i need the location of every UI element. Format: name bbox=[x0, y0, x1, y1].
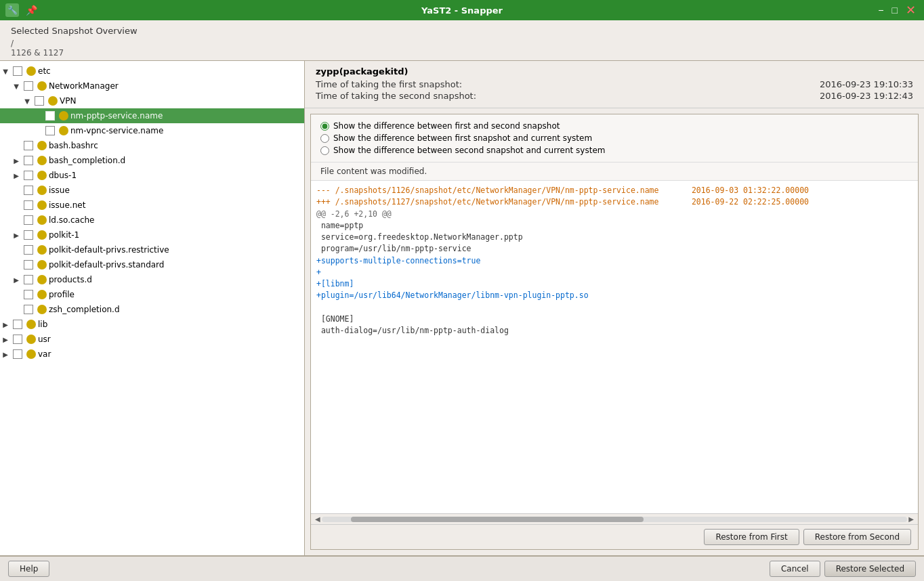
checkbox-VPN[interactable] bbox=[35, 96, 44, 106]
expander-lib[interactable] bbox=[0, 319, 11, 330]
radio-r3[interactable] bbox=[320, 146, 329, 155]
checkbox-polkit-default-privs.standard[interactable] bbox=[24, 260, 33, 270]
tree-item-issue.net[interactable]: issue.net bbox=[0, 198, 304, 213]
radio-item-0[interactable]: Show the difference between first and se… bbox=[320, 121, 908, 131]
tree-item-nm-vpnc-service.name[interactable]: nm-vpnc-service.name bbox=[0, 123, 304, 138]
file-icon-bash_completion.d bbox=[37, 156, 47, 165]
expander-nm-pptp-service.name[interactable] bbox=[33, 110, 43, 121]
radio-label-1: Show the difference between first snapsh… bbox=[333, 133, 592, 143]
tree-item-zsh_completion.d[interactable]: zsh_completion.d bbox=[0, 302, 304, 317]
expander-ld.so.cache[interactable] bbox=[11, 215, 22, 225]
radio-label-0: Show the difference between first and se… bbox=[333, 121, 560, 131]
expander-etc[interactable] bbox=[0, 66, 11, 77]
expander-VPN[interactable] bbox=[22, 95, 33, 106]
checkbox-products.d[interactable] bbox=[24, 275, 33, 284]
restore-selected-button[interactable]: Restore Selected bbox=[824, 561, 916, 577]
checkbox-nm-pptp-service.name[interactable] bbox=[45, 111, 55, 121]
expander-issue[interactable] bbox=[11, 185, 22, 196]
expander-NetworkManager[interactable] bbox=[11, 81, 22, 91]
radio-group: Show the difference between first and se… bbox=[311, 114, 918, 163]
radio-item-1[interactable]: Show the difference between first snapsh… bbox=[320, 133, 908, 143]
diff-line-0: --- /.snapshots/1126/snapshot/etc/Networ… bbox=[316, 185, 912, 196]
right-panel: zypp(packagekitd) Time of taking the fir… bbox=[305, 61, 924, 555]
tree-item-nm-pptp-service.name[interactable]: nm-pptp-service.name bbox=[0, 108, 304, 123]
file-icon-lib bbox=[26, 320, 36, 329]
tree-item-VPN[interactable]: VPN bbox=[0, 93, 304, 108]
scroll-left-arrow[interactable]: ◀ bbox=[314, 514, 322, 524]
tree-item-lib[interactable]: lib bbox=[0, 317, 304, 332]
tree-label-var: var bbox=[38, 349, 301, 359]
diff-container: Show the difference between first and se… bbox=[310, 114, 919, 550]
radio-label-2: Show the difference between second snaps… bbox=[333, 146, 606, 155]
checkbox-nm-vpnc-service.name[interactable] bbox=[45, 126, 55, 135]
checkbox-etc[interactable] bbox=[13, 66, 22, 76]
tree-label-profile: profile bbox=[49, 290, 301, 299]
scroll-right-arrow[interactable]: ▶ bbox=[907, 514, 915, 524]
file-icon-profile bbox=[37, 290, 47, 299]
checkbox-bash_completion.d[interactable] bbox=[24, 156, 33, 165]
diff-line-10 bbox=[316, 302, 912, 314]
checkbox-profile[interactable] bbox=[24, 290, 33, 299]
radio-r1[interactable] bbox=[320, 122, 329, 131]
checkbox-polkit-default-privs.restrictive[interactable] bbox=[24, 245, 33, 255]
checkbox-dbus-1[interactable] bbox=[24, 171, 33, 180]
tree-item-ld.so.cache[interactable]: ld.so.cache bbox=[0, 213, 304, 228]
tree-item-products.d[interactable]: products.d bbox=[0, 272, 304, 287]
tree-item-bash_completion.d[interactable]: bash_completion.d bbox=[0, 153, 304, 168]
checkbox-usr[interactable] bbox=[13, 335, 22, 344]
pin-icon: 📌 bbox=[24, 3, 38, 17]
tree-label-issue.net: issue.net bbox=[49, 200, 301, 210]
diff-content[interactable]: --- /.snapshots/1126/snapshot/etc/Networ… bbox=[311, 181, 918, 513]
tree-item-etc[interactable]: etc bbox=[0, 64, 304, 79]
tree-item-profile[interactable]: profile bbox=[0, 287, 304, 302]
checkbox-lib[interactable] bbox=[13, 320, 22, 329]
tree-item-usr[interactable]: usr bbox=[0, 332, 304, 347]
restore-from-second-button[interactable]: Restore from Second bbox=[803, 529, 911, 545]
checkbox-polkit-1[interactable] bbox=[24, 230, 33, 240]
maximize-button[interactable]: □ bbox=[889, 4, 900, 16]
tree-item-var[interactable]: var bbox=[0, 347, 304, 362]
tree-item-bash.bashrc[interactable]: bash.bashrc bbox=[0, 138, 304, 153]
expander-nm-vpnc-service.name[interactable] bbox=[33, 125, 43, 136]
expander-zsh_completion.d[interactable] bbox=[11, 304, 22, 315]
expander-var[interactable] bbox=[0, 349, 11, 360]
checkbox-issue.net[interactable] bbox=[24, 200, 33, 210]
checkbox-bash.bashrc[interactable] bbox=[24, 141, 33, 150]
checkbox-NetworkManager[interactable] bbox=[24, 81, 33, 91]
scrollbar-thumb[interactable] bbox=[351, 517, 644, 522]
expander-polkit-default-privs.standard[interactable] bbox=[11, 259, 22, 270]
expander-polkit-default-privs.restrictive[interactable] bbox=[11, 244, 22, 255]
cancel-button[interactable]: Cancel bbox=[770, 561, 820, 577]
expander-usr[interactable] bbox=[0, 334, 11, 345]
file-icon-products.d bbox=[37, 275, 47, 284]
checkbox-issue[interactable] bbox=[24, 186, 33, 195]
expander-issue.net[interactable] bbox=[11, 200, 22, 211]
expander-products.d[interactable] bbox=[11, 274, 22, 285]
checkbox-ld.so.cache[interactable] bbox=[24, 215, 33, 225]
expander-dbus-1[interactable] bbox=[11, 170, 22, 181]
tree-label-bash_completion.d: bash_completion.d bbox=[49, 156, 301, 165]
minimize-button[interactable]: − bbox=[875, 4, 886, 16]
checkbox-zsh_completion.d[interactable] bbox=[24, 305, 33, 314]
tree-item-polkit-default-privs.standard[interactable]: polkit-default-privs.standard bbox=[0, 257, 304, 272]
tree-item-polkit-default-privs.restrictive[interactable]: polkit-default-privs.restrictive bbox=[0, 242, 304, 257]
tree-item-dbus-1[interactable]: dbus-1 bbox=[0, 168, 304, 183]
expander-bash_completion.d[interactable] bbox=[11, 155, 22, 166]
expander-bash.bashrc[interactable] bbox=[11, 140, 22, 151]
help-button[interactable]: Help bbox=[8, 561, 49, 577]
expander-profile[interactable] bbox=[11, 289, 22, 300]
diff-line-5: program=/usr/lib/nm-pptp-service bbox=[316, 243, 912, 255]
checkbox-var[interactable] bbox=[13, 349, 22, 359]
radio-r2[interactable] bbox=[320, 134, 329, 143]
scrollbar-track[interactable] bbox=[322, 517, 908, 522]
restore-from-first-button[interactable]: Restore from First bbox=[704, 529, 799, 545]
close-button[interactable]: ✕ bbox=[903, 3, 919, 18]
tree-label-polkit-1: polkit-1 bbox=[49, 230, 301, 240]
radio-item-2[interactable]: Show the difference between second snaps… bbox=[320, 146, 908, 155]
horizontal-scrollbar[interactable]: ◀ ▶ bbox=[311, 513, 918, 524]
tree-item-NetworkManager[interactable]: NetworkManager bbox=[0, 79, 304, 93]
tree-item-issue[interactable]: issue bbox=[0, 183, 304, 198]
tree-item-polkit-1[interactable]: polkit-1 bbox=[0, 228, 304, 242]
expander-polkit-1[interactable] bbox=[11, 230, 22, 240]
tree-label-dbus-1: dbus-1 bbox=[49, 171, 301, 180]
